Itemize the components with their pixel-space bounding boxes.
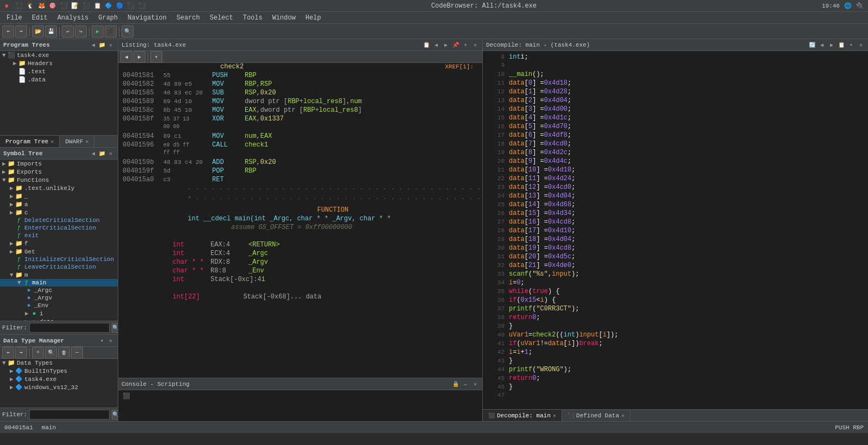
menu-analysis[interactable]: Analysis <box>53 13 93 23</box>
tree-initcriticalsection[interactable]: ƒ InitializeCriticalSection <box>0 256 118 263</box>
dtm-icon-menu[interactable]: ▾ <box>98 337 106 345</box>
tab-close-program-tree[interactable]: ✕ <box>50 138 54 145</box>
tree-argc[interactable]: ● _Argc <box>0 287 118 294</box>
toolbar-btn-3[interactable]: 📂 <box>32 26 44 37</box>
toolbar-btn-undo[interactable]: ↩ <box>62 26 74 37</box>
dtm-item-builtintypes[interactable]: ▶ 🔷 BuiltInTypes <box>0 367 118 375</box>
tree-deletecriticalsection[interactable]: ƒ DeleteCriticalSection <box>0 217 118 224</box>
lst-btn-menu[interactable]: ▾ <box>150 51 162 63</box>
dtm-btn-6[interactable]: — <box>71 347 83 359</box>
dtm-btn-5[interactable]: 🗑 <box>58 347 70 359</box>
menu-search[interactable]: Search <box>172 13 204 23</box>
asm-line-7: 00401594 89 c1 MOV num,EAX <box>118 132 482 141</box>
listing-icon-3[interactable]: ▶ <box>442 41 450 49</box>
tab-program-tree[interactable]: Program Tree ✕ <box>0 136 60 147</box>
tree-item-headers[interactable]: ▶ 📁 Headers <box>0 59 118 67</box>
menu-window[interactable]: Window <box>268 13 300 23</box>
listing-icon-snap[interactable]: 📌 <box>452 41 459 49</box>
dc-icon-4[interactable]: 📋 <box>838 41 845 49</box>
dtm-item-task4[interactable]: ▶ 🔷 task4.exe <box>0 375 118 383</box>
st-close[interactable]: ✕ <box>107 150 114 157</box>
pt-icon-1[interactable]: ◀ <box>90 41 97 49</box>
st-icon-2[interactable]: 📁 <box>98 150 106 157</box>
tree-m[interactable]: ▼ 📁 m <box>0 271 118 279</box>
tab-dwarf[interactable]: DWARF ✕ <box>60 136 94 147</box>
menu-edit[interactable]: Edit <box>28 13 52 23</box>
tree-functions[interactable]: ▼ 📁 Functions <box>0 176 118 184</box>
decompile-content[interactable]: 8 int i; 9 10 __main(); 11 data[0] = 0x4… <box>483 51 868 409</box>
tab-defined-data[interactable]: ⬛ Defined Data ✕ <box>562 410 630 421</box>
toolbar-btn-stop[interactable]: ⬛ <box>105 26 117 37</box>
tree-env[interactable]: ● _Env <box>0 302 118 309</box>
dc-menu[interactable]: ▾ <box>847 41 855 49</box>
tree-f[interactable]: ▶ 📁 f <box>0 239 118 247</box>
dtm-btn-3[interactable]: + <box>32 347 44 359</box>
dtm-item-root[interactable]: ▼ 📁 Data Types <box>0 359 118 367</box>
dc-icon-2[interactable]: ◀ <box>818 41 826 49</box>
tree-i[interactable]: ▶ ● i <box>0 309 118 317</box>
console-icon-2[interactable]: ✏ <box>462 380 469 388</box>
dtm-filter-input[interactable] <box>29 410 110 419</box>
dtm-btn-1[interactable]: ⬅ <box>2 347 14 359</box>
dtm-close[interactable]: ✕ <box>107 337 114 345</box>
dc-icon-3[interactable]: ▶ <box>828 41 835 49</box>
pt-close[interactable]: ✕ <box>107 41 114 49</box>
tree-a[interactable]: ▶ 📁 a <box>0 200 118 208</box>
toolbar-btn-2[interactable]: ➡ <box>15 26 27 37</box>
tree-item-text[interactable]: 📄 .text <box>0 67 118 75</box>
tab-decompile-main[interactable]: ⬛ Decompile: main ✕ <box>483 410 562 421</box>
menu-file[interactable]: File <box>2 13 27 23</box>
tree-text-unlikely[interactable]: ▶ 📁 .text.unlikely <box>0 184 118 192</box>
code-line-44: 44 printf("WRONG"); <box>483 366 868 374</box>
symbol-filter-input[interactable] <box>29 323 110 333</box>
toolbar-btn-run[interactable]: ▶ <box>92 26 104 37</box>
dtm-item-windows[interactable]: ▶ 🔷 windows_vs12_32 <box>0 383 118 391</box>
dc-close[interactable]: ✕ <box>857 41 865 49</box>
tree-imports[interactable]: ▶ 📁 Imports <box>0 160 118 168</box>
symbol-tree-icons: ◀ 📁 ✕ <box>90 150 114 157</box>
tree-exit[interactable]: ƒ exit <box>0 232 118 239</box>
toolbar-btn-1[interactable]: ⬅ <box>2 26 14 37</box>
menu-graph[interactable]: Graph <box>94 13 122 23</box>
tree-exports[interactable]: ▶ 📁 Exports <box>0 168 118 176</box>
lst-btn-2[interactable]: ▶ <box>133 51 145 63</box>
code-line-18: 18 data[7] = 0x4cd0; <box>483 140 868 149</box>
dtm-btn-2[interactable]: ➡ <box>15 347 27 359</box>
tree-item-data[interactable]: 📄 .data <box>0 75 118 84</box>
tree-c[interactable]: ▶ 📁 c <box>0 208 118 217</box>
tab-decompile-close[interactable]: ✕ <box>553 412 556 419</box>
tab-close-dwarf[interactable]: ✕ <box>85 138 88 145</box>
asm-line-11: 004015a0 c3 RET <box>118 176 482 185</box>
dtm-btn-4[interactable]: 🔍 <box>45 347 57 359</box>
tree-underscore[interactable]: ▶ 📁 _ <box>0 192 118 200</box>
dc-refresh[interactable]: 🔄 <box>808 41 816 49</box>
console-icon-1[interactable]: 🔒 <box>452 380 459 388</box>
st-icon-1[interactable]: ◀ <box>90 150 97 157</box>
menu-navigation[interactable]: Navigation <box>123 13 171 23</box>
listing-icon-2[interactable]: ◀ <box>432 41 440 49</box>
tree-get[interactable]: ▶ 📁 Get <box>0 247 118 256</box>
listing-icon-1[interactable]: 📋 <box>423 41 430 49</box>
toolbar-btn-4[interactable]: 💾 <box>45 26 57 37</box>
tab-defined-data-close[interactable]: ✕ <box>621 412 624 419</box>
tree-item-root[interactable]: ▼ ⬛ task4.exe <box>0 51 118 59</box>
tree-entercriticalsection[interactable]: ƒ EnterCriticalSection <box>0 224 118 232</box>
tree-leavecriticalsection[interactable]: ƒ LeaveCriticalSection <box>0 263 118 271</box>
listing-func-decl: int __cdecl main(int _Argc, char * * _Ar… <box>118 215 482 224</box>
code-line-41: 41 if (uVar1 != data[i]) break; <box>483 340 868 348</box>
toolbar-btn-redo[interactable]: ↪ <box>75 26 87 37</box>
menu-help[interactable]: Help <box>301 13 326 23</box>
listing-content[interactable]: check2 XREF[1]: 00401581 55 PUSH RBP 004… <box>118 63 482 378</box>
asm-line-4: 00401589 89 4d 10 MOV dword ptr [RBP + l… <box>118 98 482 106</box>
tree-argv[interactable]: ● _Argv <box>0 294 118 302</box>
code-line-30: 30 data[19] = 0x4cd8; <box>483 244 868 253</box>
menu-tools[interactable]: Tools <box>239 13 267 23</box>
toolbar-btn-search[interactable]: 🔍 <box>122 26 133 37</box>
listing-icon-close[interactable]: ✕ <box>471 41 479 49</box>
pt-icon-2[interactable]: 📁 <box>98 41 106 49</box>
listing-icon-menu[interactable]: ▾ <box>462 41 469 49</box>
lst-btn-1[interactable]: ◀ <box>120 51 132 63</box>
menu-select[interactable]: Select <box>205 13 237 23</box>
console-close[interactable]: ✕ <box>471 380 479 388</box>
tree-main[interactable]: ▼ ƒ main <box>0 279 118 287</box>
